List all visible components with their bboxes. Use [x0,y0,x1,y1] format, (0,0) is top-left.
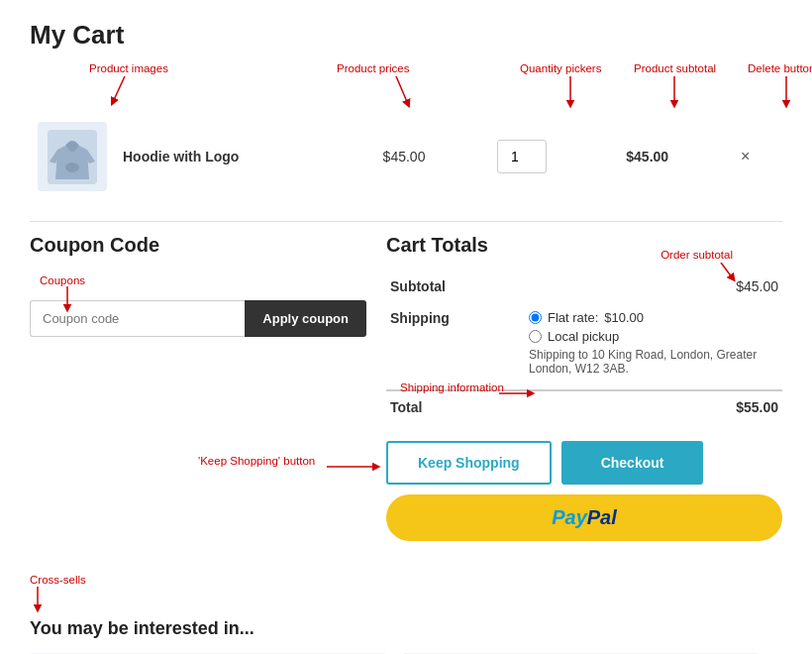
product-subtotal-value: $45.00 [626,149,668,164]
bottom-sections: Coupon Code Coupons Apply coupon Cart To… [30,234,782,541]
product-prices-annotation: Product prices [337,62,410,74]
coupons-arrow [59,286,89,314]
quantity-cell[interactable] [489,112,618,201]
product-name-cell: Hoodie with Logo [115,112,375,201]
coupon-section: Coupon Code Coupons Apply coupon [30,234,366,541]
product-images-arrow [111,76,141,106]
local-pickup-option[interactable]: Local pickup [529,329,778,344]
coupons-annotation: Coupons [40,274,85,286]
shipping-info-annotation: Shipping information [400,382,504,393]
coupon-section-title: Coupon Code [30,234,366,257]
paypal-button[interactable]: PayPal [386,494,782,541]
keep-shopping-annotation: 'Keep Shopping' button [198,455,315,467]
keep-shopping-annotation-area: 'Keep Shopping' button Keep Shopping Che… [386,441,782,485]
quantity-input[interactable] [497,140,547,173]
product-prices-arrow [386,76,426,108]
checkout-button[interactable]: Checkout [561,441,704,485]
cart-annotations: Product images Product prices Quantity p… [30,60,782,112]
flat-rate-radio[interactable] [529,311,542,324]
cart-table: Hoodie with Logo $45.00 $45.00 × [30,112,782,201]
coupon-annotation-area: Coupons [30,271,366,300]
product-subtotal-cell: $45.00 [618,112,733,201]
local-pickup-radio[interactable] [529,330,542,343]
shipping-address-note: Shipping to 10 King Road, London, Greate… [529,348,778,376]
product-subtotal-annotation: Product subtotal [634,62,716,74]
flat-rate-value: $10.00 [604,310,644,325]
hoodie-product-image [48,130,97,184]
delete-buttons-annotation: Delete buttons [748,62,812,74]
divider [30,221,782,222]
product-subtotal-arrow [666,76,686,108]
subtotal-value: $45.00 [525,271,782,302]
action-buttons: Keep Shopping Checkout [386,441,782,485]
product-price: $45.00 [383,149,426,164]
quantity-pickers-annotation: Quantity pickers [520,62,601,74]
flat-rate-option[interactable]: Flat rate: $10.00 [529,310,778,325]
shipping-options-cell: Flat rate: $10.00 Local pickup Shipping … [525,302,782,390]
delete-cell[interactable]: × [733,112,782,201]
paypal-pay-text: Pay [552,506,587,529]
svg-point-6 [65,163,79,172]
svg-line-1 [396,76,408,104]
apply-coupon-button[interactable]: Apply coupon [245,300,366,337]
product-image-box [38,122,107,191]
delete-buttons-arrow [778,76,798,108]
shipping-options: Flat rate: $10.00 Local pickup Shipping … [529,310,778,376]
quantity-pickers-arrow [562,76,582,108]
order-subtotal-annotation: Order subtotal [660,249,733,261]
local-pickup-label: Local pickup [548,329,619,344]
keep-shopping-button[interactable]: Keep Shopping [386,441,552,485]
product-image-cell [30,112,115,201]
total-value: $55.00 [525,390,782,423]
cart-section: Hoodie with Logo $45.00 $45.00 × [30,112,782,201]
delete-button[interactable]: × [741,148,750,165]
crosssells-section: Cross-sells You may be interested in... [30,571,782,654]
order-subtotal-arrow [711,263,741,282]
cart-row: Hoodie with Logo $45.00 $45.00 × [30,112,782,201]
keep-shopping-arrow [327,461,386,477]
shipping-row: Shipping Flat rate: $10.00 Local pickup [386,302,782,390]
subtotal-label: Subtotal [386,271,525,302]
product-images-annotation: Product images [89,62,168,74]
crosssells-title: You may be interested in... [30,618,782,639]
cart-totals-section: Cart Totals Order subtotal Subtotal $45.… [386,234,782,541]
totals-table: Subtotal $45.00 Shipping Flat rate: $10.… [386,271,782,423]
svg-line-8 [721,263,733,278]
product-price-cell: $45.00 [375,112,490,201]
total-row: Total $55.00 [386,390,782,423]
svg-line-0 [113,76,125,102]
crosssells-annotation-area: Cross-sells [30,571,782,614]
crosssells-annotation: Cross-sells [30,574,86,586]
page-title: My Cart [30,20,782,51]
shipping-label: Shipping [386,302,525,390]
paypal-pal-text: Pal [587,506,617,529]
product-name: Hoodie with Logo [123,149,239,164]
crosssells-arrow [30,587,50,614]
flat-rate-label: Flat rate: [548,310,598,325]
shipping-info-arrow [499,387,539,403]
